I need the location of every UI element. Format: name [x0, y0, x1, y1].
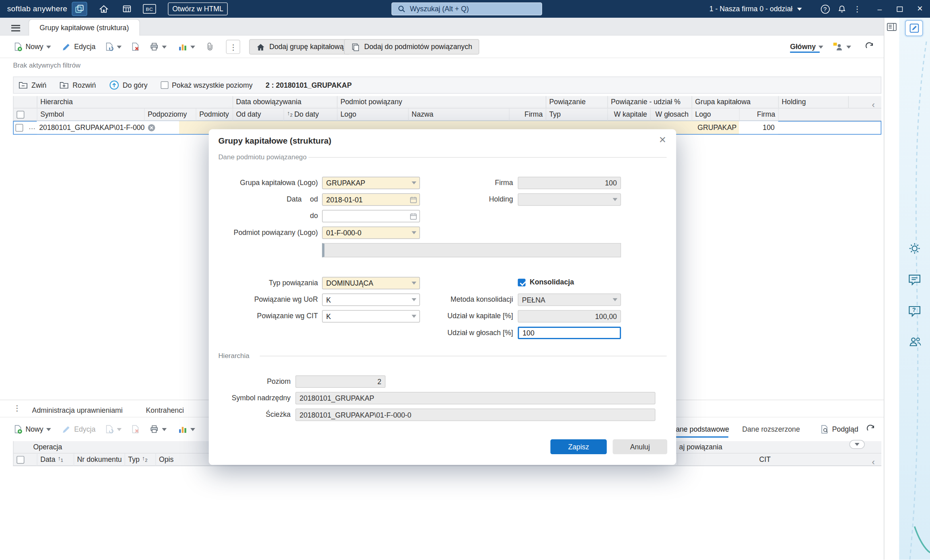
bgrid-col-nr-dokumentu[interactable]: Nr dokumentu	[74, 453, 125, 466]
bottom-tabs-menu-icon[interactable]: ⋮	[13, 404, 21, 413]
user-settings-button[interactable]	[833, 40, 851, 54]
grid-group-udzial[interactable]: Powiązanie - udział %	[607, 96, 691, 109]
grid-col-do-daty[interactable]: ↑2 Do daty	[284, 109, 337, 121]
community-button[interactable]	[908, 336, 922, 347]
poziom-field[interactable]: 2	[295, 375, 386, 388]
grid-col-od-daty[interactable]: Od daty	[233, 109, 284, 121]
udzial-glosy-field[interactable]: 100	[518, 327, 621, 339]
data-od-field[interactable]: 2018-01-01	[322, 193, 420, 206]
quick-edit-button[interactable]	[905, 20, 923, 36]
help-icon[interactable]: ?	[819, 2, 831, 16]
open-in-html-button[interactable]: Otwórz w HTML	[168, 2, 228, 15]
grid-col-w-glosach[interactable]: W głosach	[650, 109, 691, 121]
bottom-print-button[interactable]	[149, 422, 167, 436]
grid-col-nazwa[interactable]: Nazwa	[408, 109, 509, 121]
document-history-button[interactable]	[104, 40, 122, 54]
window-close-button[interactable]: ×	[914, 2, 926, 16]
window-minimize-button[interactable]: –	[873, 2, 886, 16]
collapse-all-button[interactable]: Zwiń	[19, 81, 47, 89]
udzial-kapital-field[interactable]: 100,00	[518, 310, 621, 323]
edit-button[interactable]: Edycja	[62, 40, 95, 54]
search-input[interactable]: Wyszukaj (Alt + Q)	[392, 2, 542, 15]
bgrid-select-all[interactable]	[13, 453, 37, 466]
grid-group-podmiot-powiazany[interactable]: Podmiot powiązany	[337, 96, 546, 109]
company-selector[interactable]: 1 - Nasza firma 0 - oddział	[709, 0, 802, 18]
row-checkbox[interactable]	[15, 124, 23, 132]
bottom-tab-kontrahenci[interactable]: Kontrahenci	[146, 404, 194, 417]
show-all-levels-checkbox[interactable]: Pokaż wszystkie poziomy	[161, 81, 253, 89]
bottom-chart-button[interactable]	[178, 422, 195, 436]
tab-dane-podstawowe[interactable]: Dane podstawowe	[669, 421, 731, 437]
grid-col-logo2[interactable]: Logo	[692, 109, 739, 121]
main-menu-icon[interactable]	[11, 23, 20, 33]
windows-switch-icon[interactable]	[72, 2, 87, 16]
tab-dane-rozszerzone[interactable]: Dane rozszerzone	[740, 421, 802, 437]
bottom-refresh-button[interactable]	[866, 422, 876, 436]
podmiot-powiazany-select[interactable]: 01-F-000-0	[322, 226, 420, 239]
grid-col-logo[interactable]: Logo	[337, 109, 408, 121]
refresh-button[interactable]	[865, 40, 874, 54]
firma-field[interactable]: 100	[518, 177, 621, 189]
bgrid-group-operacja[interactable]: Operacja	[33, 441, 62, 454]
bottom-delete-button[interactable]	[130, 422, 140, 436]
grupa-kapitalowa-select[interactable]: GRUPAKAP	[322, 177, 420, 189]
collapse-panel-icon[interactable]: ‹	[872, 457, 875, 467]
more-menu-icon[interactable]: ⋮	[852, 2, 862, 16]
grid-group-data-obowiazywania[interactable]: Data obowiązywania	[233, 96, 337, 109]
grid-select-all[interactable]	[13, 109, 37, 121]
konsolidacja-checkbox[interactable]: Konsolidacja	[518, 278, 574, 286]
metoda-konsolidacji-select[interactable]: PEŁNA	[518, 294, 621, 306]
grid-col-firma2[interactable]: Firma	[739, 109, 778, 121]
typ-powiazania-select[interactable]: DOMINUJĄCA	[322, 277, 420, 289]
grid-group-hierarchia[interactable]: Hierarchia	[37, 96, 232, 109]
grid-col-firma[interactable]: Firma	[509, 109, 546, 121]
toolbar-more-button[interactable]: ⋮	[226, 40, 240, 54]
new-button[interactable]: Nowy	[13, 40, 51, 54]
grid-group-powiazanie[interactable]: Powiązanie	[546, 96, 607, 109]
sciezka-field[interactable]: 20180101_GRUPAKAP\01-F-000-0	[295, 408, 656, 421]
bgrid-col-typ[interactable]: Typ ↑2	[125, 453, 156, 466]
row-actions-button[interactable]: …	[27, 121, 37, 134]
ideas-button[interactable]	[908, 242, 921, 255]
grid-col-podpoziomy[interactable]: Podpoziomy	[144, 109, 196, 121]
delete-button[interactable]	[130, 40, 140, 54]
grid-group-grupa-kapitalowa[interactable]: Grupa kapitałowa	[692, 96, 778, 109]
print-button[interactable]	[149, 40, 167, 54]
bgrid-col-cit[interactable]: CIT	[759, 453, 771, 466]
panel-list-icon[interactable]	[887, 23, 897, 33]
chart-button[interactable]	[178, 40, 195, 54]
cancel-button[interactable]: Anuluj	[612, 439, 667, 454]
collapse-panel-icon[interactable]: ‹	[872, 100, 875, 110]
grid-col-typ[interactable]: Typ	[546, 109, 607, 121]
dialog-close-icon[interactable]: ×	[656, 133, 669, 146]
symbol-nadrzedny-field[interactable]: 20180101_GRUPAKAP	[295, 392, 656, 404]
bc-module-icon[interactable]: BC	[143, 4, 156, 14]
grid-col-podmioty[interactable]: Podmioty	[196, 109, 232, 121]
bottom-tab-administracja[interactable]: Administracja uprawnieniami	[32, 404, 134, 417]
grid-col-w-kapitale[interactable]: W kapitale	[607, 109, 650, 121]
clear-value-icon[interactable]	[148, 124, 155, 131]
modules-grid-icon[interactable]	[120, 2, 134, 16]
window-maximize-button[interactable]	[893, 2, 906, 16]
preview-button[interactable]: Podgląd	[820, 422, 858, 436]
grid-col-symbol[interactable]: Symbol	[37, 109, 144, 121]
go-to-top-button[interactable]: Do góry	[109, 80, 148, 90]
grid-group-holding[interactable]: Holding	[778, 96, 848, 109]
collapse-bottom-panel-button[interactable]	[850, 440, 865, 449]
add-capital-group-button[interactable]: Dodaj grupę kapitałową	[249, 39, 351, 54]
tab-grupy-kapitalowe[interactable]: Grupy kapitałowe (struktura)	[29, 19, 140, 36]
attachment-button[interactable]	[205, 40, 215, 54]
bottom-edit-button[interactable]: Edycja	[62, 422, 95, 436]
holding-select[interactable]	[518, 193, 621, 206]
bottom-new-button[interactable]: Nowy	[13, 422, 51, 436]
save-button[interactable]: Zapisz	[551, 439, 607, 454]
expand-all-button[interactable]: Rozwiń	[60, 81, 96, 89]
notifications-bell-icon[interactable]	[835, 2, 848, 16]
powiazanie-uor-select[interactable]: K	[322, 294, 420, 306]
help-chat-button[interactable]: ?	[908, 305, 921, 317]
add-to-related-entities-button[interactable]: Dodaj do podmiotów powiązanych	[344, 39, 479, 54]
home-icon[interactable]	[97, 2, 111, 16]
bgrid-group-powiazania[interactable]: aj powiązania	[679, 441, 722, 454]
data-do-field[interactable]	[322, 210, 420, 222]
bgrid-col-data[interactable]: Data ↑1	[37, 453, 73, 466]
